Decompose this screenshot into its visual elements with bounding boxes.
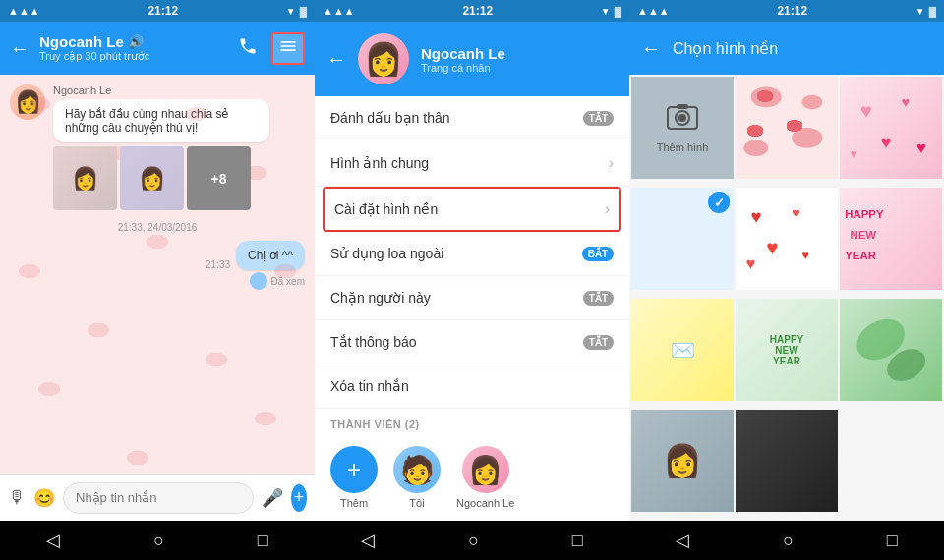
image-thumb-3[interactable]: +8 <box>187 146 251 210</box>
chat-title-area: Ngocanh Le 🔊 Truy cập 30 phút trước <box>39 33 228 63</box>
svg-text:♥: ♥ <box>850 147 856 161</box>
mic-left-icon[interactable]: 🎙 <box>8 487 26 508</box>
wallpaper-add-photo[interactable]: Thêm hình <box>631 77 734 179</box>
add-member-button[interactable]: + Thêm <box>330 446 378 509</box>
wifi-icon-2: ▼ <box>601 6 611 17</box>
self-avatar: 🧑 <box>393 446 441 493</box>
wallpaper-letter[interactable]: ✉️ <box>631 299 734 401</box>
message-incoming: 👩 Ngocanh Le Hãy bắt đầu cùng nhau chia … <box>10 84 305 210</box>
call-icon[interactable] <box>238 36 258 61</box>
chat-body[interactable]: 👩 Ngocanh Le Hãy bắt đầu cùng nhau chia … <box>0 75 315 474</box>
svg-text:♥: ♥ <box>745 254 755 273</box>
nav-home-icon[interactable]: ○ <box>153 531 164 551</box>
svg-text:♥: ♥ <box>751 206 762 227</box>
message-bubble: Hãy bắt đầu cùng nhau chia sẻ những câu … <box>53 99 269 142</box>
chevron-icon-2: › <box>605 200 610 218</box>
svg-rect-3 <box>677 104 688 109</box>
svg-point-6 <box>743 140 768 156</box>
status-bar-3: ▲▲▲ 21:12 ▼ ▓ <box>629 0 944 22</box>
bottom-nav-2: ◁ ○ □ <box>315 521 629 560</box>
menu-user-info: Ngocanh Le Trang cá nhân <box>421 45 618 74</box>
menu-label-6: Xóa tin nhắn <box>330 378 409 394</box>
add-member-label: Thêm <box>340 497 368 509</box>
menu-item-4[interactable]: Chặn người này TẮT <box>315 276 629 320</box>
nav-home-icon-3[interactable]: ○ <box>783 531 794 551</box>
menu-right-1: › <box>609 154 614 172</box>
menu-user-avatar: 👩 <box>358 33 409 84</box>
nav-back-icon[interactable]: ◁ <box>46 530 60 551</box>
wallpaper-dark[interactable] <box>736 410 838 512</box>
add-member-avatar: + <box>330 446 378 493</box>
self-label: Tôi <box>409 497 424 509</box>
mic-right-icon[interactable]: 🎤 <box>262 487 283 509</box>
bottom-nav-1: ◁ ○ □ <box>0 521 315 560</box>
contact-member-label: Ngocanh Le <box>456 497 514 509</box>
menu-item-3[interactable]: Sử dụng loa ngoài BẮT <box>315 232 629 276</box>
wallpaper-girl-photo[interactable]: 👩 <box>631 410 734 512</box>
wallpaper-header: ← Chọn hình nền <box>629 22 944 75</box>
menu-item-5[interactable]: Tắt thông báo TẮT <box>315 320 629 364</box>
back-button-1[interactable]: ← <box>10 37 30 60</box>
menu-label-0: Đánh dấu bạn thân <box>330 110 450 126</box>
nav-home-icon-2[interactable]: ○ <box>468 531 479 551</box>
status-icons-1: ▼ ▓ <box>286 6 307 17</box>
status-signal-2: ▲▲▲ <box>323 5 355 17</box>
nav-recent-icon-2[interactable]: □ <box>572 531 583 551</box>
emoji-icon[interactable]: 😊 <box>33 487 55 509</box>
image-thumb-2[interactable]: 👩 <box>120 146 184 210</box>
menu-right-3: BẮT <box>582 247 614 261</box>
nav-recent-icon-3[interactable]: □ <box>887 531 898 551</box>
contact-name: Ngocanh Le 🔊 <box>39 33 228 50</box>
nav-back-icon-2[interactable]: ◁ <box>361 530 375 551</box>
toggle-0[interactable]: TẮT <box>583 111 614 126</box>
svg-text:♥: ♥ <box>792 205 800 221</box>
battery-icon-2: ▓ <box>615 6 621 17</box>
menu-label-5: Tắt thông báo <box>330 334 417 350</box>
menu-item-1[interactable]: Hình ảnh chung › <box>315 140 629 187</box>
chat-panel: ▲▲▲ 21:12 ▼ ▓ ← Ngocanh Le 🔊 Truy cập 30… <box>0 0 315 560</box>
message-content: Ngocanh Le Hãy bắt đầu cùng nhau chia sẻ… <box>53 84 269 210</box>
wifi-icon: ▼ <box>286 6 296 17</box>
menu-item-6[interactable]: Xóa tin nhắn <box>315 364 629 409</box>
svg-point-2 <box>678 114 686 122</box>
svg-text:YEAR: YEAR <box>845 250 877 261</box>
wallpaper-plain-light[interactable] <box>840 410 942 512</box>
svg-point-4 <box>751 86 782 107</box>
menu-icon[interactable]: ▲ <box>271 32 305 65</box>
menu-item-wallpaper[interactable]: Cài đặt hình nền › <box>323 187 621 232</box>
svg-text:♥: ♥ <box>766 236 778 258</box>
wallpaper-new-year[interactable]: HAPPYNEWYEAR <box>736 299 838 401</box>
toggle-5[interactable]: TẮT <box>583 335 614 350</box>
menu-panel: ▲▲▲ 21:12 ▼ ▓ ← 👩 Ngocanh Le Trang cá nh… <box>315 0 629 560</box>
nav-recent-icon[interactable]: □ <box>258 531 268 551</box>
toggle-4[interactable]: TẮT <box>583 291 614 306</box>
status-time-1: 21:12 <box>148 4 178 18</box>
menu-item-0[interactable]: Đánh dấu bạn thân TẮT <box>315 96 629 140</box>
wallpaper-green-leaf[interactable] <box>840 299 942 401</box>
back-button-2[interactable]: ← <box>326 48 346 71</box>
message-input[interactable] <box>63 482 254 514</box>
wallpaper-pink-hearts[interactable]: ♥ ♥ ♥ ♥ ♥ <box>840 77 942 179</box>
outgoing-bubble: Chị ơi ^^ <box>236 241 305 270</box>
members-section-header: THÀNH VIÊN (2) <box>315 409 629 436</box>
status-time-2: 21:12 <box>462 4 493 18</box>
wallpaper-selected[interactable]: ✓ <box>631 188 734 290</box>
menu-label-3: Sử dụng loa ngoài <box>330 246 443 261</box>
member-contact[interactable]: 👩 Ngocanh Le <box>456 446 514 509</box>
wallpaper-hearts-red[interactable]: ♥ ♥ ♥ ♥ ♥ <box>736 188 838 290</box>
wallpaper-pink-pattern[interactable]: HAPPY NEW YEAR <box>840 188 942 290</box>
toggle-3[interactable]: BẮT <box>582 247 614 261</box>
status-signal-icon: ▲▲▲ <box>8 5 40 17</box>
nav-back-icon-3[interactable]: ◁ <box>676 530 689 551</box>
menu-label-2: Cài đặt hình nền <box>334 201 438 217</box>
back-button-3[interactable]: ← <box>641 37 661 60</box>
svg-text:♥: ♥ <box>916 139 926 157</box>
chat-input-bar: 🎙 😊 🎤 + <box>0 474 315 521</box>
menu-label-4: Chặn người này <box>330 290 431 306</box>
wallpaper-watermelon[interactable] <box>736 77 838 179</box>
svg-text:HAPPY: HAPPY <box>845 208 884 220</box>
member-self[interactable]: 🧑 Tôi <box>393 446 441 509</box>
svg-text:♥: ♥ <box>802 249 809 262</box>
image-thumb-1[interactable]: 👩 <box>53 146 117 210</box>
attach-button[interactable]: + <box>291 484 307 512</box>
